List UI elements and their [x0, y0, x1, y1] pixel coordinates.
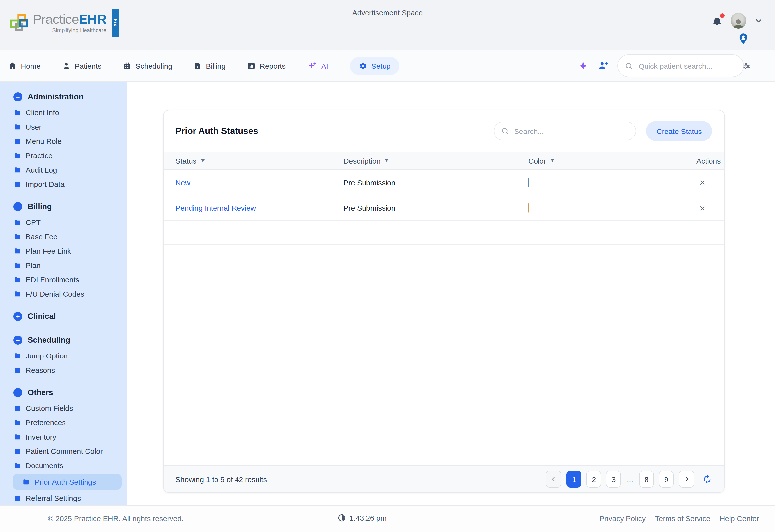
nav-scheduling[interactable]: Scheduling: [123, 62, 172, 70]
page-title: Prior Auth Statuses: [175, 126, 258, 136]
folder-icon: [13, 494, 21, 502]
sidebar-item-fu-denial-codes[interactable]: F/U Denial Codes: [0, 287, 126, 301]
current-time: 1:43:26 pm: [349, 514, 386, 522]
column-header-color: Color: [528, 156, 546, 165]
folder-icon: [13, 218, 21, 226]
sidebar-section-clinical[interactable]: + Clinical: [0, 308, 126, 325]
sidebar-item-cpt[interactable]: CPT: [0, 215, 126, 229]
nav-patients[interactable]: Patients: [62, 62, 101, 70]
nav-reports[interactable]: Reports: [247, 62, 286, 70]
results-summary: Showing 1 to 5 of 42 results: [175, 475, 267, 483]
status-link[interactable]: New: [175, 178, 190, 187]
sidebar-item-import-data[interactable]: Import Data: [0, 177, 126, 191]
sidebar-item-plan-fee-link[interactable]: Plan Fee Link: [0, 244, 126, 258]
person-pin-icon[interactable]: [737, 33, 749, 44]
calendar-icon: [123, 62, 131, 70]
page-button-2[interactable]: 2: [587, 471, 601, 488]
clock-icon: [337, 514, 346, 522]
sidebar-item-patient-comment-color[interactable]: Patient Comment Color: [0, 444, 126, 458]
sidebar-item-menu-role[interactable]: Menu Role: [0, 134, 126, 148]
sidebar-item-referral-settings[interactable]: Referral Settings: [0, 491, 126, 505]
folder-icon: [13, 166, 21, 174]
sidebar-item-jump-option[interactable]: Jump Option: [0, 349, 126, 363]
sliders-icon[interactable]: [742, 61, 751, 70]
status-search: [494, 122, 636, 140]
table-row: Pending Internal Review Pre Submission: [164, 196, 724, 220]
column-header-status: Status: [175, 156, 196, 165]
privacy-policy-link[interactable]: Privacy Policy: [600, 514, 646, 523]
filter-funnel-icon[interactable]: [200, 158, 205, 163]
column-header-description: Description: [343, 156, 380, 165]
page-button-8[interactable]: 8: [639, 471, 654, 488]
sidebar-item-audit-log[interactable]: Audit Log: [0, 163, 126, 177]
main-content: Prior Auth Statuses Create Status Status…: [127, 82, 775, 505]
page-button-3[interactable]: 3: [606, 471, 621, 488]
main-nav: Home Patients Scheduling $ Billing Repor…: [0, 50, 775, 82]
chevron-down-icon[interactable]: [754, 16, 763, 25]
gear-icon: [359, 62, 367, 70]
pagination-ellipsis: ...: [626, 475, 634, 483]
delete-x-icon[interactable]: [696, 177, 708, 189]
create-status-button[interactable]: Create Status: [646, 121, 712, 141]
status-color-pill: [528, 178, 529, 187]
folder-icon: [13, 232, 21, 240]
sidebar-section-scheduling[interactable]: − Scheduling: [0, 332, 126, 349]
folder-icon: [13, 366, 21, 374]
sidebar-item-documents[interactable]: Documents: [0, 458, 126, 473]
sidebar-item-client-info[interactable]: Client Info: [0, 105, 126, 120]
sidebar-item-practice[interactable]: Practice: [0, 148, 126, 163]
folder-icon: [13, 261, 21, 269]
nav-home[interactable]: Home: [8, 61, 41, 70]
sidebar-item-preferences[interactable]: Preferences: [0, 415, 126, 430]
terms-of-service-link[interactable]: Terms of Service: [655, 514, 710, 523]
delete-x-icon[interactable]: [696, 202, 708, 214]
sidebar-item-inventory[interactable]: Inventory: [0, 430, 126, 444]
status-color-pill: [528, 203, 529, 212]
folder-icon: [13, 433, 21, 441]
person-add-icon[interactable]: [598, 60, 609, 71]
sparkle-icon[interactable]: [578, 60, 589, 71]
status-link[interactable]: Pending Internal Review: [175, 204, 256, 212]
empty-row: [164, 220, 724, 245]
ai-sparkle-icon: [307, 61, 317, 71]
sidebar-item-user[interactable]: User: [0, 120, 126, 134]
sidebar-section-others[interactable]: − Others: [0, 384, 126, 401]
avatar[interactable]: [731, 13, 746, 29]
sidebar-item-edi-enrollments[interactable]: EDI Enrollments: [0, 273, 126, 287]
nav-ai[interactable]: AI: [307, 61, 328, 71]
copyright-text: © 2025 Practice EHR. All rights reserved…: [48, 514, 184, 523]
folder-icon: [13, 419, 21, 427]
reports-icon: [247, 62, 256, 70]
collapse-icon: −: [13, 202, 22, 211]
collapse-icon: −: [13, 336, 22, 345]
table-row: New Pre Submission: [164, 169, 724, 196]
practice-ehr-app: PracticeEHR Simplifying Healthcare Pro A…: [0, 0, 775, 532]
page-button-1[interactable]: 1: [567, 471, 582, 488]
sidebar-item-base-fee[interactable]: Base Fee: [0, 229, 126, 244]
nav-billing[interactable]: $ Billing: [194, 62, 226, 70]
refresh-icon[interactable]: [702, 474, 712, 484]
sidebar-item-custom-fields[interactable]: Custom Fields: [0, 401, 126, 415]
sidebar-section-administration[interactable]: − Administration: [0, 88, 126, 105]
sidebar-item-plan[interactable]: Plan: [0, 258, 126, 273]
prev-page-button[interactable]: [546, 471, 562, 488]
sidebar-section-billing[interactable]: − Billing: [0, 198, 126, 215]
help-center-link[interactable]: Help Center: [720, 514, 759, 523]
notifications-bell-icon[interactable]: [712, 15, 723, 26]
nav-setup[interactable]: Setup: [350, 57, 400, 75]
page-button-9[interactable]: 9: [659, 471, 674, 488]
sidebar-item-prior-auth-settings[interactable]: Prior Auth Settings: [13, 474, 122, 490]
filter-funnel-icon[interactable]: [550, 158, 555, 163]
search-icon: [625, 62, 633, 70]
next-page-button[interactable]: [679, 471, 694, 488]
quick-patient-search-input[interactable]: [638, 61, 738, 70]
home-icon: [8, 61, 17, 70]
status-search-input[interactable]: [513, 126, 629, 136]
folder-icon: [13, 290, 21, 298]
pagination-bar: Showing 1 to 5 of 42 results 1 2 3 ... 8…: [164, 465, 724, 492]
folder-icon: [13, 108, 21, 116]
filter-funnel-icon[interactable]: [384, 158, 390, 163]
folder-icon: [13, 137, 21, 145]
sidebar-item-reasons[interactable]: Reasons: [0, 363, 126, 377]
folder-icon: [13, 180, 21, 188]
